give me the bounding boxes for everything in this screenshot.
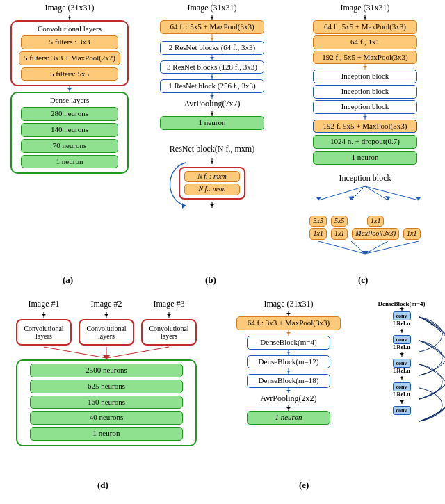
b-out: 1 neuron bbox=[160, 116, 264, 130]
arrow-icon bbox=[211, 34, 213, 41]
arrow-icon bbox=[168, 312, 170, 318]
d-conv-2: Convolutional layers bbox=[79, 319, 134, 346]
e-pool: AvrPooling(2x2) bbox=[260, 393, 316, 404]
dense-act-3: LReLu bbox=[393, 368, 410, 374]
arrow-icon bbox=[211, 15, 213, 20]
c-inc-3: Inception block bbox=[313, 100, 417, 114]
arrow-icon bbox=[211, 158, 213, 164]
denseblock-arcs-icon bbox=[415, 311, 446, 423]
e-block-1: DenseBlock(m=4) bbox=[247, 336, 330, 350]
denseblock-nodes: convLReLu convLReLu convLReLu convLReLu … bbox=[393, 311, 411, 415]
caption-e: (e) bbox=[299, 480, 309, 491]
d-image-2: Image #2 bbox=[91, 299, 122, 309]
c-stem-2: 64 f., 1x1 bbox=[313, 35, 417, 49]
dense-conv-5: conv bbox=[393, 406, 411, 415]
panel-b: Image (31x31) 64 f. : 5x5 + MaxPool(3x3)… bbox=[146, 3, 278, 208]
panel-a-dense-group: Dense layers 280 neurons 140 neurons 70 … bbox=[10, 92, 129, 174]
dense-act-2: LReLu bbox=[393, 344, 410, 350]
d-dense-group: 2500 neurons 625 neurons 160 neurons 40 … bbox=[16, 359, 197, 446]
arrow-icon bbox=[288, 330, 289, 336]
d-dense-3: 160 neurons bbox=[30, 396, 183, 409]
arrow-icon bbox=[401, 400, 403, 404]
resnet-legend-title: ResNet block(N f., mxm) bbox=[170, 144, 254, 154]
panel-a-conv-group: Convolutional layers 5 filters : 3x3 5 f… bbox=[10, 20, 129, 86]
inc-b1-top: 3x3 bbox=[309, 216, 326, 227]
inception-legend: Inception block 3x3 1x1 5x5 1x1 bbox=[299, 173, 431, 255]
inc-b3-top: 1x1 bbox=[367, 216, 384, 227]
arrow-icon bbox=[288, 350, 289, 355]
inc-b1-bot: 1x1 bbox=[309, 228, 326, 240]
c-stem-3: 192 f., 5x5 + MaxPool(3x3) bbox=[313, 51, 417, 65]
svg-line-12 bbox=[365, 241, 419, 254]
b-pool: AvrPooling(7x7) bbox=[184, 99, 240, 109]
arrow-icon bbox=[364, 15, 366, 20]
caption-d: (d) bbox=[97, 480, 108, 491]
arrow-icon bbox=[211, 111, 213, 116]
arrow-icon bbox=[69, 86, 70, 92]
d-dense-2: 625 neurons bbox=[30, 380, 183, 393]
caption-a: (a) bbox=[63, 275, 73, 286]
arrow-icon bbox=[211, 93, 213, 99]
b-stem: 64 f. : 5x5 + MaxPool(3x3) bbox=[160, 20, 264, 34]
e-block-3: DenseBlock(m=18) bbox=[247, 374, 330, 388]
b-block-1: 2 ResNet blocks (64 f., 3x3) bbox=[160, 41, 264, 55]
panel-c-image-label: Image (31x31) bbox=[341, 3, 390, 13]
inception-legend-title: Inception block bbox=[339, 173, 391, 184]
inception-fanout-icon bbox=[299, 185, 431, 202]
b-block-2: 3 ResNet blocks (128 f., 3x3) bbox=[160, 60, 264, 74]
svg-marker-7 bbox=[385, 196, 391, 200]
e-stem: 64 f.: 3x3 + MaxPool(3x3) bbox=[236, 316, 341, 330]
arrow-icon bbox=[211, 55, 213, 60]
dense-layer-1: 280 neurons bbox=[21, 107, 118, 121]
conv-layer-1: 5 filters : 3x3 bbox=[21, 35, 118, 49]
arrow-icon bbox=[106, 312, 107, 318]
caption-b: (b) bbox=[205, 275, 216, 286]
skip-connection-icon bbox=[168, 164, 193, 207]
conv-layer-3: 5 filters: 5x5 bbox=[21, 67, 118, 81]
c-inc-2: Inception block bbox=[313, 85, 417, 99]
d-inputs: Image #1 Convolutional layers Image #2 C… bbox=[16, 299, 197, 346]
dense-conv-3: conv bbox=[393, 359, 411, 368]
inception-branches: 3x3 1x1 5x5 1x1 1x1 MaxPool(3x3) 1x1 bbox=[309, 216, 420, 240]
denseblock-legend: DenseBlock(m=4) convLReLu bbox=[362, 300, 442, 415]
d-fanin-icon bbox=[13, 346, 200, 359]
dense-conv-4: conv bbox=[393, 382, 411, 391]
arrow-icon bbox=[401, 329, 403, 333]
d-conv-3: Convolutional layers bbox=[141, 319, 197, 346]
d-image-1: Image #1 bbox=[29, 299, 60, 309]
caption-c: (c) bbox=[358, 275, 368, 286]
d-dense-1: 2500 neurons bbox=[30, 364, 183, 377]
svg-marker-0 bbox=[182, 203, 186, 209]
c-stem2: 192 f. 5x5 + MaxPool(3x3) bbox=[313, 120, 417, 133]
c-out: 1 neuron bbox=[313, 151, 417, 165]
dense-layer-2: 140 neurons bbox=[21, 123, 118, 137]
arrow-icon bbox=[364, 114, 366, 120]
denseblock-legend-title: DenseBlock(m=4) bbox=[378, 300, 425, 307]
arrow-icon bbox=[69, 15, 70, 20]
d-dense-4: 40 neurons bbox=[30, 411, 183, 425]
d-dense-5: 1 neuron bbox=[30, 427, 183, 441]
arrow-icon bbox=[401, 352, 403, 357]
panel-c: Image (31x31) 64 f., 5x5 + MaxPool(3x3) … bbox=[292, 3, 438, 255]
panel-a-image-label: Image (31x31) bbox=[45, 3, 95, 13]
svg-line-14 bbox=[44, 347, 106, 358]
conv-group-label: Convolutional layers bbox=[38, 24, 102, 33]
panel-b-image-label: Image (31x31) bbox=[188, 3, 237, 13]
inc-b2-top: 5x5 bbox=[331, 216, 348, 227]
dense-act-1: LReLu bbox=[393, 320, 410, 327]
d-image-3: Image #3 bbox=[154, 299, 185, 309]
arrow-icon bbox=[288, 311, 289, 316]
conv-layer-2: 5 filters: 3x3 + MaxPool(2x2) bbox=[19, 51, 120, 65]
svg-line-11 bbox=[365, 241, 388, 254]
arrow-icon bbox=[401, 376, 403, 380]
resnet-legend-item-1: N f. : mxm bbox=[184, 171, 240, 183]
dense-group-label: Dense layers bbox=[50, 96, 90, 104]
e-block-2: DenseBlock(m=12) bbox=[247, 355, 330, 369]
arrow-icon bbox=[288, 388, 289, 393]
inc-b3-bot: MaxPool(3x3) bbox=[352, 228, 399, 240]
arrow-icon bbox=[288, 405, 289, 411]
svg-line-4 bbox=[365, 186, 419, 200]
dense-conv-1: conv bbox=[393, 311, 411, 320]
panel-e: Image (31x31) 64 f.: 3x3 + MaxPool(3x3) … bbox=[222, 299, 355, 425]
resnet-legend-item-2: N f.: mxm bbox=[184, 184, 240, 195]
